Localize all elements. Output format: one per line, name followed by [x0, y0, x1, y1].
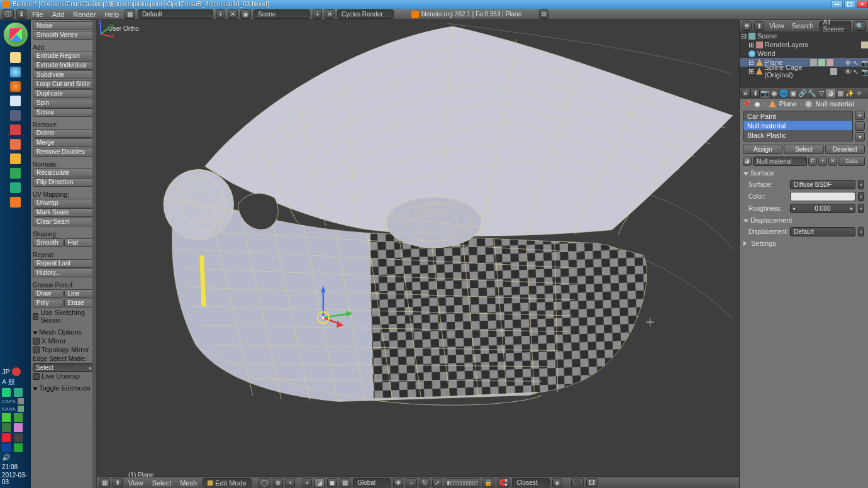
- task-item-app7[interactable]: [4, 137, 28, 151]
- outliner-filter-select[interactable]: All Scenes: [819, 21, 851, 31]
- outliner-search-menu[interactable]: Search: [789, 21, 816, 30]
- taskbar-clock[interactable]: 21:08: [2, 463, 18, 470]
- back-to-previous-icon[interactable]: ⧉: [539, 9, 548, 19]
- tool-subdivide-button[interactable]: Subdivide: [33, 70, 94, 79]
- shading-mode-icon[interactable]: ◯: [259, 478, 270, 487]
- tab-objectdata[interactable]: ▽: [816, 89, 826, 98]
- screen-browse-icon[interactable]: ▦: [125, 9, 135, 19]
- tab-render[interactable]: 📷: [760, 89, 769, 98]
- tool-unwrap-button[interactable]: Unwrap: [33, 199, 94, 208]
- tray-icon-1[interactable]: [2, 388, 11, 397]
- tab-texture[interactable]: ▦: [835, 89, 845, 98]
- tool-screw-button[interactable]: Screw: [33, 108, 94, 117]
- mat-fake-user-button[interactable]: F: [808, 157, 817, 166]
- vp-menu-mesh[interactable]: Mesh: [177, 478, 200, 488]
- displacement-section-header[interactable]: Displacement: [740, 214, 868, 226]
- opengl-render-icon[interactable]: 🎥: [571, 478, 584, 487]
- outliner-search-icon[interactable]: 🔍: [854, 21, 866, 31]
- gp-sketching-checkbox[interactable]: [33, 313, 38, 320]
- screen-add-icon[interactable]: +: [216, 9, 225, 19]
- info-expand-icon[interactable]: ⬍: [16, 9, 26, 19]
- tool-repeat-last-button[interactable]: Repeat Last: [33, 259, 94, 268]
- start-button[interactable]: [3, 22, 28, 47]
- mat-slot-menu-button[interactable]: ▾: [855, 132, 865, 141]
- tray-icon-11[interactable]: [2, 443, 11, 452]
- tool-delete-button[interactable]: Delete: [33, 129, 94, 138]
- limit-sel-icon[interactable]: ▦: [340, 478, 350, 487]
- face-select-icon[interactable]: ◼: [327, 478, 337, 487]
- mesh-options-header[interactable]: Mesh Options: [33, 327, 94, 336]
- menu-file[interactable]: File: [29, 9, 47, 19]
- window-maximize-button[interactable]: [844, 1, 855, 8]
- scene-browse-icon[interactable]: ◉: [240, 9, 251, 19]
- tool-merge-button[interactable]: Merge: [33, 138, 94, 147]
- tool-flip-direction-button[interactable]: Flip Direction: [33, 178, 94, 187]
- outliner-expand-icon[interactable]: ⬍: [754, 21, 764, 31]
- snap-mode-select[interactable]: Closest: [512, 478, 550, 487]
- tray-icon-5[interactable]: [2, 413, 11, 422]
- task-item-explorer[interactable]: [4, 50, 28, 64]
- mat-deselect-button[interactable]: Deselect: [825, 145, 865, 154]
- mat-slot-null[interactable]: Null material: [743, 121, 852, 130]
- task-item-firefox[interactable]: [4, 79, 28, 93]
- props-editor-icon[interactable]: ≡: [741, 89, 750, 98]
- render-engine-select[interactable]: Cycles Render: [337, 9, 394, 19]
- ime-icon[interactable]: [12, 367, 21, 376]
- mat-assign-button[interactable]: Assign: [743, 145, 782, 154]
- task-item-app10[interactable]: [4, 180, 28, 194]
- ime-caps[interactable]: CAPS: [2, 399, 16, 404]
- tool-shelf-scrollbar[interactable]: [92, 20, 96, 488]
- snap-toggle-icon[interactable]: 🧲: [497, 478, 509, 487]
- vp-menu-select[interactable]: Select: [149, 478, 175, 488]
- props-expand-icon[interactable]: ⬍: [750, 89, 760, 98]
- mat-name-field[interactable]: Null material: [753, 157, 807, 166]
- outliner-row-world[interactable]: World: [740, 49, 868, 58]
- gp-line-button[interactable]: Line: [64, 289, 95, 298]
- menu-add[interactable]: Add: [49, 9, 68, 19]
- topology-mirror-checkbox[interactable]: [33, 347, 40, 353]
- tab-modifiers[interactable]: 🔧: [807, 89, 816, 98]
- tool-shade-flat-button[interactable]: Flat: [64, 238, 95, 247]
- tool-extrude-individual-button[interactable]: Extrude Individual: [33, 61, 94, 70]
- mat-unlink-button[interactable]: ✕: [828, 157, 837, 166]
- menu-render[interactable]: Render: [70, 9, 99, 19]
- tool-loopcut-button[interactable]: Loop Cut and Slide: [33, 80, 94, 89]
- edge-select-icon[interactable]: ◢: [314, 478, 325, 487]
- tab-material[interactable]: ◕: [826, 89, 835, 98]
- displacement-node-link[interactable]: •: [858, 227, 864, 236]
- mat-browse-icon[interactable]: ◕: [743, 157, 752, 166]
- edge-select-mode-dropdown[interactable]: Select: [33, 363, 94, 372]
- live-unwrap-checkbox[interactable]: [33, 373, 40, 380]
- scene-add-icon[interactable]: +: [313, 9, 322, 19]
- window-close-button[interactable]: [857, 1, 868, 8]
- tab-scene[interactable]: ◉: [769, 89, 779, 98]
- color-swatch-button[interactable]: [790, 192, 855, 201]
- displacement-select[interactable]: Default: [790, 227, 855, 236]
- tool-mark-seam-button[interactable]: Mark Seam: [33, 208, 94, 217]
- tray-icon-4[interactable]: [18, 406, 24, 412]
- surface-section-header[interactable]: Surface: [740, 167, 868, 179]
- tray-icon-8[interactable]: [14, 423, 23, 432]
- screen-layout-field[interactable]: Default: [138, 9, 213, 19]
- vp-editor-type-icon[interactable]: ▦: [99, 478, 110, 487]
- vp-menu-view[interactable]: View: [125, 478, 147, 488]
- toggle-editmode-header[interactable]: Toggle Editmode: [33, 383, 94, 392]
- mat-select-button[interactable]: Select: [784, 145, 823, 154]
- mat-slot-add-button[interactable]: +: [855, 111, 865, 120]
- surface-type-select[interactable]: Diffuse BSDF: [790, 180, 855, 189]
- tray-icon-3[interactable]: [18, 398, 24, 404]
- tray-icon-9[interactable]: [2, 433, 11, 442]
- mat-slot-black-plastic[interactable]: Black Plastic: [743, 130, 852, 140]
- manip-rotate-icon[interactable]: ↻: [420, 478, 430, 487]
- xmirror-checkbox[interactable]: [33, 338, 40, 345]
- manip-translate-icon[interactable]: ↔: [406, 478, 417, 487]
- outliner-row-spline[interactable]: ⊞Spline Cage (Original)👁↖📷: [740, 67, 868, 75]
- ime-lang[interactable]: JP: [2, 368, 10, 375]
- tool-extrude-region-button[interactable]: Extrude Region: [33, 52, 94, 60]
- tray-icon-10[interactable]: [14, 433, 23, 442]
- pivot-menu-icon[interactable]: ⊕: [273, 478, 283, 487]
- scene-name-field[interactable]: Scene: [253, 9, 310, 19]
- tray-icon-2[interactable]: [14, 388, 23, 397]
- mode-select[interactable]: ▦Edit Mode: [203, 478, 252, 487]
- task-item-app6[interactable]: [4, 123, 28, 136]
